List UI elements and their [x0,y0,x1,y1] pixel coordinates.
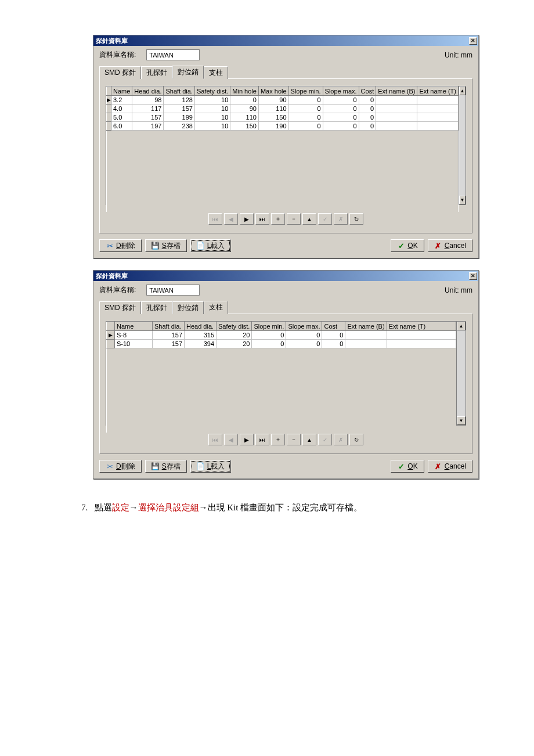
titlebar[interactable]: 探針資料庫 ✕ [93,35,478,46]
delete-button[interactable]: ✂D刪除 [99,460,142,473]
ok-button[interactable]: ✓OK [391,239,424,252]
save-icon: 💾 [151,242,160,250]
header-row: Name Head dia. Shaft dia. Safety dist. M… [107,87,459,96]
vertical-scrollbar[interactable]: ▲ ▼ [459,87,466,204]
post-icon[interactable]: ✓ [318,434,332,445]
window-title: 探針資料庫 [96,37,128,45]
table-row[interactable]: S-1015739420000 [107,340,456,348]
tab-panel: Name Head dia. Shaft dia. Safety dist. M… [99,78,472,233]
tab-support[interactable]: 支柱 [204,66,228,79]
delete-icon: ✂ [106,242,114,250]
probe-db-dialog-2: 探針資料庫 ✕ 資料庫名稱: Unit: mm SMD 探針 孔探針 對位銷 支… [93,270,479,479]
next-icon[interactable]: ▶ [240,213,254,225]
cancel-edit-icon[interactable]: ✗ [334,213,348,225]
vertical-scrollbar[interactable]: ▲ ▼ [456,322,466,425]
record-navigator: ⏮ ◀ ▶ ⏭ ＋ － ▲ ✓ ✗ ↻ [106,211,466,227]
delete-icon: ✂ [106,462,114,470]
window-title: 探針資料庫 [96,272,128,280]
delete-button[interactable]: ✂DD刪除刪除 [99,239,142,252]
prev-icon[interactable]: ◀ [224,434,238,445]
tab-align-pin[interactable]: 對位銷 [172,66,204,79]
edit-icon[interactable]: ▲ [302,213,316,225]
close-icon[interactable]: ✕ [469,37,477,45]
table-row[interactable]: ▶3.29812810090000 [107,96,459,105]
db-name-label: 資料庫名稱: [99,285,136,295]
tab-bar: SMD 探針 孔探針 對位銷 支柱 [99,300,472,314]
next-icon[interactable]: ▶ [240,434,254,445]
first-icon[interactable]: ⏮ [208,434,222,445]
load-button[interactable]: 📄L載入 [190,239,232,252]
db-name-input[interactable] [146,49,200,60]
unit-label: Unit: mm [445,286,472,294]
add-icon[interactable]: ＋ [271,434,285,445]
last-icon[interactable]: ⏭ [255,434,269,445]
ok-button[interactable]: ✓OK [391,460,424,473]
tab-panel: Name Shaft dia. Head dia. Safety dist. S… [99,314,472,454]
refresh-icon[interactable]: ↻ [349,434,363,445]
tab-align-pin[interactable]: 對位銷 [172,301,204,314]
load-icon: 📄 [197,242,205,250]
probe-db-dialog-1: 探針資料庫 ✕ 資料庫名稱: Unit: mm SMD 探針 孔探針 對位銷 支… [93,35,479,258]
check-icon: ✓ [397,242,405,250]
add-icon[interactable]: ＋ [271,213,285,225]
data-grid[interactable]: Name Shaft dia. Head dia. Safety dist. S… [106,322,456,433]
unit-label: Unit: mm [445,51,472,59]
refresh-icon[interactable]: ↻ [349,213,363,225]
tab-hole[interactable]: 孔探針 [141,66,172,79]
close-icon[interactable]: ✕ [469,272,477,280]
scroll-up-icon[interactable]: ▲ [457,322,466,330]
db-name-label: 資料庫名稱: [99,50,136,60]
cancel-button[interactable]: ✗Cancel [428,460,472,473]
first-icon[interactable]: ⏮ [208,213,222,225]
db-name-input[interactable] [146,285,200,296]
save-icon: 💾 [151,462,160,470]
tab-smd[interactable]: SMD 探針 [99,301,141,314]
scroll-down-icon[interactable]: ▼ [459,196,466,204]
step-number: 7. [81,503,88,512]
header-row: Name Shaft dia. Head dia. Safety dist. S… [107,322,456,331]
cancel-edit-icon[interactable]: ✗ [334,434,348,445]
tab-hole[interactable]: 孔探針 [141,301,172,314]
prev-icon[interactable]: ◀ [224,213,238,225]
post-icon[interactable]: ✓ [318,213,332,225]
cancel-button[interactable]: ✗Cancel [428,239,472,252]
check-icon: ✓ [397,462,405,470]
record-navigator: ⏮ ◀ ▶ ⏭ ＋ － ▲ ✓ ✗ ↻ [106,431,466,448]
tab-support[interactable]: 支柱 [204,301,228,314]
load-icon: 📄 [197,462,205,470]
scroll-down-icon[interactable]: ▼ [457,416,466,425]
tab-smd[interactable]: SMD 探針 [99,66,141,79]
tab-bar: SMD 探針 孔探針 對位銷 支柱 [99,65,472,78]
data-grid[interactable]: Name Head dia. Shaft dia. Safety dist. M… [106,87,459,212]
cross-icon: ✗ [434,462,442,470]
last-icon[interactable]: ⏭ [255,213,269,225]
load-button[interactable]: 📄L載入 [190,460,232,473]
save-button[interactable]: 💾S存檔 [145,460,187,473]
table-row[interactable]: ▶S-815731520000 [107,331,456,340]
table-row[interactable]: 4.01171571090110000 [107,105,459,113]
table-row[interactable]: 6.019723810150190000 [107,122,459,131]
instruction-line: 7. 點選設定→選擇治具設定組→出現 Kit 檔畫面如下：設定完成可存檔。 [81,502,534,513]
remove-icon[interactable]: － [287,213,301,225]
titlebar[interactable]: 探針資料庫 ✕ [93,271,478,281]
table-row[interactable]: 5.015719910110150000 [107,113,459,122]
cross-icon: ✗ [434,242,442,250]
save-button[interactable]: 💾S存檔 [145,239,187,252]
edit-icon[interactable]: ▲ [302,434,316,445]
remove-icon[interactable]: － [287,434,301,445]
scroll-up-icon[interactable]: ▲ [459,87,466,95]
